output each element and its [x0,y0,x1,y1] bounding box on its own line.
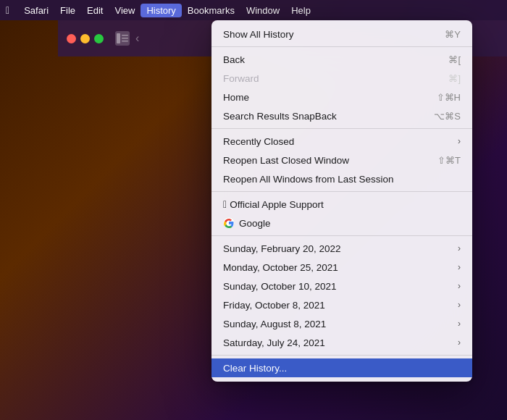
back-item[interactable]: Back ⌘[ [211,50,472,69]
home-label: Home [223,92,249,103]
recently-closed-item[interactable]: Recently Closed › [211,132,472,151]
reopen-all-item[interactable]: Reopen All Windows from Last Session [211,169,472,188]
separator-4 [211,235,472,236]
reopen-last-item[interactable]: Reopen Last Closed Window ⇧⌘T [211,151,472,169]
date-4-item[interactable]: Friday, October 8, 2021 › [211,295,472,314]
snapback-shortcut: ⌥⌘S [434,111,461,122]
date-3-label: Sunday, October 10, 2021 [223,281,337,292]
snapback-item[interactable]: Search Results SnapBack ⌥⌘S [211,106,472,125]
forward-shortcut: ⌘] [448,73,461,84]
date-5-item[interactable]: Sunday, August 8, 2021 › [211,314,472,333]
date-6-label: Saturday, July 24, 2021 [223,337,325,348]
google-item[interactable]: Google [211,214,472,232]
date-1-label: Sunday, February 20, 2022 [223,243,341,254]
date-5-label: Sunday, August 8, 2021 [223,319,326,329]
date-2-item[interactable]: Monday, October 25, 2021 › [211,258,472,277]
show-all-history-item[interactable]: Show All History ⌘Y [211,25,472,43]
date-3-item[interactable]: Sunday, October 10, 2021 › [211,277,472,295]
separator-5 [211,355,472,356]
clear-history-item[interactable]: Clear History... [211,358,472,377]
date-3-chevron: › [458,281,461,291]
date-2-label: Monday, October 25, 2021 [223,262,338,273]
google-label: Google [239,218,271,229]
recently-closed-label: Recently Closed [223,136,294,147]
google-icon [223,217,235,229]
show-all-history-shortcut: ⌘Y [445,29,461,40]
apple-support-label: Official Apple Support [230,199,324,210]
date-4-label: Friday, October 8, 2021 [223,300,325,311]
home-shortcut: ⇧⌘H [437,92,461,103]
date-5-chevron: › [458,319,461,329]
history-dropdown-menu: Show All History ⌘Y Back ⌘[ Forward ⌘] H… [211,20,472,382]
snapback-label: Search Results SnapBack [223,111,337,122]
separator-1 [211,46,472,47]
reopen-all-label: Reopen All Windows from Last Session [223,174,394,185]
recently-closed-chevron: › [458,136,461,146]
date-6-item[interactable]: Saturday, July 24, 2021 › [211,333,472,352]
apple-logo-icon:  [223,198,227,210]
date-2-chevron: › [458,262,461,272]
date-1-chevron: › [458,243,461,253]
clear-history-label: Clear History... [223,363,287,374]
separator-2 [211,128,472,129]
back-shortcut: ⌘[ [448,54,461,65]
apple-support-item[interactable]:  Official Apple Support [211,195,472,214]
show-all-history-label: Show All History [223,29,294,40]
forward-label: Forward [223,73,259,84]
recently-closed-right: › [458,136,461,146]
date-4-chevron: › [458,300,461,310]
reopen-last-label: Reopen Last Closed Window [223,155,349,166]
dropdown-overlay: Show All History ⌘Y Back ⌘[ Forward ⌘] H… [0,0,507,420]
forward-item: Forward ⌘] [211,69,472,88]
separator-3 [211,191,472,192]
home-item[interactable]: Home ⇧⌘H [211,88,472,106]
date-1-item[interactable]: Sunday, February 20, 2022 › [211,239,472,258]
back-label: Back [223,54,245,65]
date-6-chevron: › [458,337,461,348]
reopen-last-shortcut: ⇧⌘T [437,155,461,166]
